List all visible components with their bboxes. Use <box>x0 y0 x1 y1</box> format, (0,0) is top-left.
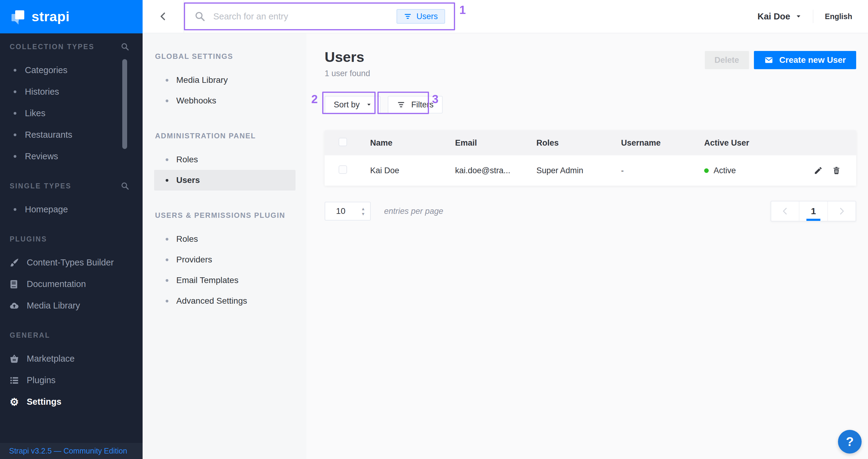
sidebar-item-documentation[interactable]: Documentation <box>0 273 143 295</box>
page-subtitle: 1 user found <box>324 69 370 78</box>
sidebar-item-media-library[interactable]: Media Library <box>0 295 143 316</box>
sidebar-item-label: Media Library <box>27 301 80 311</box>
sidebar-scrollbar[interactable] <box>122 59 127 149</box>
nav-section-general: GENERAL Marketplace Plugins ⚙ Settings <box>0 330 143 412</box>
bullet-icon <box>166 279 168 282</box>
search-icon[interactable] <box>121 42 129 51</box>
table-header-row: Name Email Roles Username Active User <box>324 130 856 155</box>
stepper-arrows[interactable]: ▲ ▼ <box>356 202 370 220</box>
sidebar-item-label: Plugins <box>27 375 56 385</box>
cell-email: kai.doe@stra... <box>455 166 536 175</box>
current-page-indicator <box>806 219 820 221</box>
bullet-icon <box>166 99 168 102</box>
current-page-number: 1 <box>811 206 816 216</box>
row-actions <box>811 166 856 175</box>
bullet-icon <box>166 179 168 182</box>
main-sidebar: strapi COLLECTION TYPES Categories Histo… <box>0 0 143 459</box>
sort-by-label: Sort by <box>334 100 360 110</box>
cloud-upload-icon <box>9 301 20 311</box>
select-all-checkbox[interactable] <box>339 138 347 146</box>
strapi-logo-icon <box>11 10 25 24</box>
back-button[interactable] <box>143 0 184 33</box>
active-status-label: Active <box>714 166 736 175</box>
column-header-roles[interactable]: Roles <box>536 138 621 148</box>
active-status-dot <box>704 169 709 173</box>
sidebar-item-marketplace[interactable]: Marketplace <box>0 348 143 369</box>
sidebar-item-content-types-builder[interactable]: Content-Types Builder <box>0 252 143 273</box>
sidebar-item-plugins[interactable]: Plugins <box>0 369 143 391</box>
filter-icon <box>404 12 412 20</box>
nav-section-header: GENERAL <box>0 330 143 340</box>
user-menu[interactable]: Kai Doe <box>757 11 801 22</box>
pagination-control: 1 <box>771 201 856 221</box>
page-title-block: Users 1 user found <box>324 49 370 78</box>
entries-per-page-label: entries per page <box>384 207 443 216</box>
filters-row: Sort by Filters <box>324 96 856 114</box>
create-new-user-button[interactable]: Create new User <box>754 51 856 69</box>
sidebar-item-histories[interactable]: Histories <box>0 81 143 102</box>
bullet-icon <box>166 158 168 161</box>
settings-item-label: Email Templates <box>176 275 239 285</box>
settings-item-webhooks[interactable]: Webhooks <box>154 90 296 111</box>
search-icon[interactable] <box>121 182 129 190</box>
strapi-logo[interactable]: strapi <box>0 0 143 33</box>
bullet-icon <box>14 112 17 115</box>
settings-item-email-templates[interactable]: Email Templates <box>154 270 296 290</box>
trash-icon[interactable] <box>832 166 841 175</box>
settings-item-up-roles[interactable]: Roles <box>154 229 296 249</box>
caret-down-icon <box>367 102 371 107</box>
bullet-icon <box>14 155 17 158</box>
filter-icon <box>397 100 405 109</box>
general-heading: GENERAL <box>10 331 50 339</box>
settings-item-admin-roles[interactable]: Roles <box>154 149 296 170</box>
column-header-username[interactable]: Username <box>621 138 704 148</box>
search-bar[interactable]: Users <box>184 0 455 33</box>
language-selector[interactable]: English <box>825 12 852 21</box>
search-filter-chip-label: Users <box>416 12 438 21</box>
delete-button[interactable]: Delete <box>705 51 749 69</box>
search-filter-chip-users[interactable]: Users <box>397 9 445 24</box>
strapi-version-link[interactable]: Strapi v3.2.5 — Community Edition <box>9 447 127 455</box>
column-header-email[interactable]: Email <box>455 138 536 148</box>
nav-section-header: SINGLE TYPES <box>0 181 143 191</box>
edit-pencil-icon[interactable] <box>814 166 823 175</box>
help-button[interactable]: ? <box>838 430 862 454</box>
settings-item-media-library[interactable]: Media Library <box>154 70 296 90</box>
settings-item-providers[interactable]: Providers <box>154 249 296 270</box>
settings-item-advanced-settings[interactable]: Advanced Settings <box>154 290 296 311</box>
sidebar-item-homepage[interactable]: Homepage <box>0 199 143 220</box>
bullet-icon <box>166 79 168 82</box>
nav-section-plugins: PLUGINS Content-Types Builder Documentat… <box>0 234 143 316</box>
create-new-user-label: Create new User <box>779 55 846 65</box>
table-row[interactable]: Kai Doe kai.doe@stra... Super Admin - Ac… <box>324 155 856 186</box>
row-checkbox[interactable] <box>339 165 347 174</box>
sidebar-item-label: Content-Types Builder <box>27 257 114 268</box>
search-input[interactable] <box>213 11 397 22</box>
caret-down-icon: ▼ <box>361 212 365 216</box>
cell-active-user: Active <box>704 166 811 175</box>
page-size-value: 10 <box>325 202 356 220</box>
sidebar-item-categories[interactable]: Categories <box>0 59 143 81</box>
page-size-select[interactable]: 10 ▲ ▼ <box>324 202 371 220</box>
sidebar-item-settings[interactable]: ⚙ Settings <box>0 391 143 412</box>
column-header-name[interactable]: Name <box>370 138 455 148</box>
sidebar-item-reviews[interactable]: Reviews <box>0 146 143 167</box>
collection-types-heading: COLLECTION TYPES <box>10 43 94 51</box>
cell-name: Kai Doe <box>370 166 455 175</box>
sidebar-item-label: Histories <box>25 87 59 97</box>
sidebar-item-likes[interactable]: Likes <box>0 102 143 124</box>
settings-item-admin-users[interactable]: Users <box>154 170 296 190</box>
basket-icon <box>9 354 20 364</box>
sidebar-item-label: Homepage <box>25 205 68 214</box>
sidebar-item-restaurants[interactable]: Restaurants <box>0 124 143 146</box>
current-page-button[interactable]: 1 <box>799 202 828 221</box>
bullet-icon <box>14 133 17 136</box>
cell-roles: Super Admin <box>536 166 621 175</box>
help-label: ? <box>846 434 854 449</box>
next-page-button[interactable] <box>828 202 856 221</box>
sort-by-button[interactable]: Sort by <box>324 96 380 114</box>
filters-button[interactable]: Filters <box>388 96 443 114</box>
previous-page-button[interactable] <box>771 202 799 221</box>
settings-item-label: Webhooks <box>176 96 216 105</box>
column-header-active-user[interactable]: Active User <box>704 138 811 148</box>
